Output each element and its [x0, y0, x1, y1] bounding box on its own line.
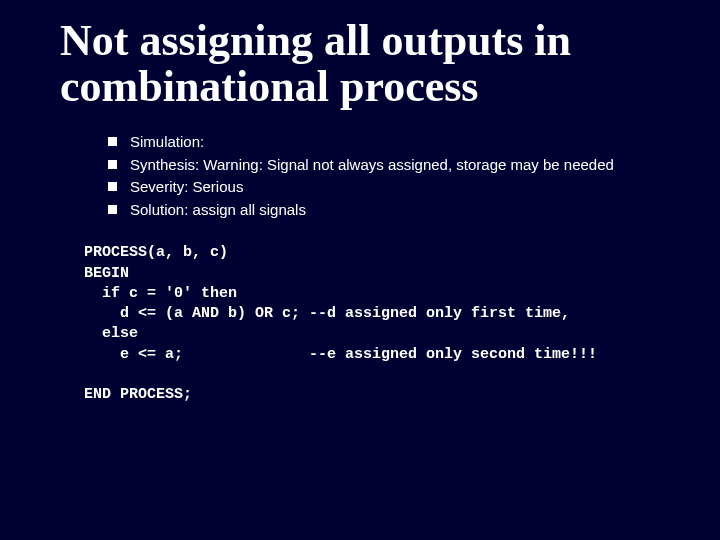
- slide: Not assigning all outputs in combination…: [0, 0, 720, 540]
- slide-title: Not assigning all outputs in combination…: [60, 18, 692, 110]
- code-block: PROCESS(a, b, c) BEGIN if c = '0' then d…: [84, 243, 692, 405]
- list-item: Solution: assign all signals: [108, 200, 692, 220]
- list-item: Simulation:: [108, 132, 692, 152]
- bullet-list: Simulation: Synthesis: Warning: Signal n…: [60, 132, 692, 219]
- list-item: Severity: Serious: [108, 177, 692, 197]
- list-item: Synthesis: Warning: Signal not always as…: [108, 155, 692, 175]
